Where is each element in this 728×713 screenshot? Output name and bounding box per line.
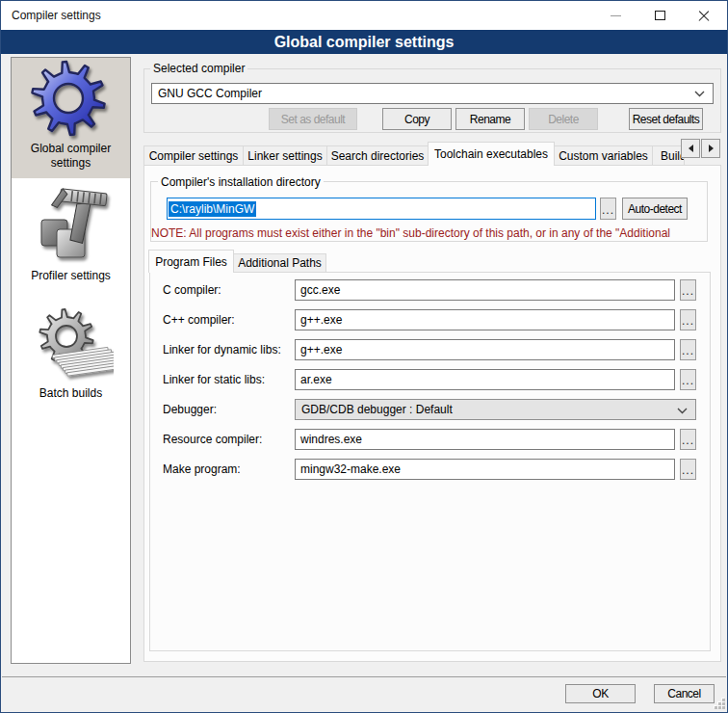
field-value: gcc.exe [300,283,340,297]
window-title: Compiler settings [12,9,101,22]
maximize-button[interactable] [637,1,682,30]
install-dir-input[interactable]: C:\raylib\MinGW [167,198,596,220]
arrow-right-icon [709,145,714,152]
caliper-icon [32,183,115,266]
rename-button[interactable]: Rename [455,108,525,130]
field-label: C compiler: [163,283,221,297]
chevron-down-icon [677,408,688,414]
compiler-select-value: GNU GCC Compiler [158,87,262,100]
field-value: ar.exe [300,373,332,386]
field-label: Linker for dynamic libs: [163,343,281,356]
install-dir-note: NOTE: All programs must exist either in … [151,226,706,241]
install-dir-group-label: Compiler's installation directory [158,175,324,189]
field-browse-button-1[interactable]: ... [680,309,696,330]
field-browse-button-6[interactable]: ... [680,459,696,480]
footer-divider [2,676,726,677]
reset-defaults-button[interactable]: Reset defaults [629,108,703,130]
delete-button[interactable]: Delete [529,108,598,130]
field-input-5[interactable]: windres.exe [295,429,675,450]
cancel-button[interactable]: Cancel [654,684,715,703]
field-input-3[interactable]: ar.exe [295,369,675,390]
tab-build-options[interactable]: Build options [652,145,685,165]
debugger-select-value: GDB/CDB debugger : Default [301,403,453,416]
gray-gear-papers-icon [31,308,114,391]
close-button[interactable] [682,1,726,30]
subtab-additional-paths[interactable]: Additional Paths [233,253,326,272]
field-browse-button-5[interactable]: ... [680,429,696,450]
selected-compiler-group-label: Selected compiler [150,62,247,75]
field-label: Resource compiler: [163,433,262,446]
sidebar-item-batch-builds[interactable]: Batch builds [12,301,130,462]
debugger-select[interactable]: GDB/CDB debugger : Default [295,399,696,420]
page-title: Global compiler settings [1,30,727,54]
field-value: mingw32-make.exe [300,462,401,476]
tab-toolchain-executables[interactable]: Toolchain executables [428,142,555,166]
sidebar-item-label: Profiler settings [12,269,130,283]
field-browse-button-2[interactable]: ... [680,339,696,360]
title-bar: Compiler settings [1,1,727,30]
minimize-button[interactable] [593,1,637,30]
compiler-select[interactable]: GNU GCC Compiler [151,83,714,104]
dialog-window: Compiler settings Global compiler settin… [0,0,728,713]
set-as-default-button[interactable]: Set as default [269,108,357,130]
field-label: Linker for static libs: [163,373,265,386]
install-dir-browse-button[interactable]: ... [600,198,616,220]
copy-button[interactable]: Copy [382,108,452,130]
field-label: C++ compiler: [163,313,235,327]
field-value: g++.exe [300,313,342,327]
tab-search-directories[interactable]: Search directories [326,145,429,165]
tab-linker-settings[interactable]: Linker settings [243,145,327,165]
tab-compiler-settings[interactable]: Compiler settings [143,145,244,165]
field-browse-button-3[interactable]: ... [680,369,696,390]
field-input-0[interactable]: gcc.exe [295,279,675,301]
field-label: Make program: [163,462,241,476]
tabs-scroll-left-button[interactable] [681,139,700,158]
resize-grip[interactable] [714,698,725,709]
arrow-left-icon [689,145,693,152]
minimize-icon [611,15,621,16]
field-input-1[interactable]: g++.exe [295,309,675,330]
chevron-down-icon [694,91,705,97]
field-label: Debugger: [163,403,217,416]
sidebar-item-label: Batch builds [12,386,130,401]
sidebar-item-profiler-settings[interactable]: Profiler settings [12,179,130,301]
auto-detect-button[interactable]: Auto-detect [622,198,688,220]
sidebar-item-global-compiler-settings[interactable]: Global compiler settings [12,58,130,178]
tabs-scroll-right-button[interactable] [701,139,720,158]
subtab-program-files[interactable]: Program Files [148,250,234,273]
field-input-2[interactable]: g++.exe [295,339,675,360]
field-browse-button-0[interactable]: ... [680,279,696,301]
field-input-6[interactable]: mingw32-make.exe [295,459,675,480]
blue-gear-icon [30,60,113,143]
install-dir-selected-text: C:\raylib\MinGW [169,201,256,217]
ok-button[interactable]: OK [565,684,636,703]
maximize-icon [655,11,665,20]
close-icon [697,9,711,22]
sidebar-item-label: Global compiler settings [12,142,130,171]
tab-custom-variables[interactable]: Custom variables [554,145,653,165]
sidebar: Global compiler settings Profiler settin… [11,57,131,664]
field-value: g++.exe [300,343,342,356]
field-value: windres.exe [300,433,362,446]
